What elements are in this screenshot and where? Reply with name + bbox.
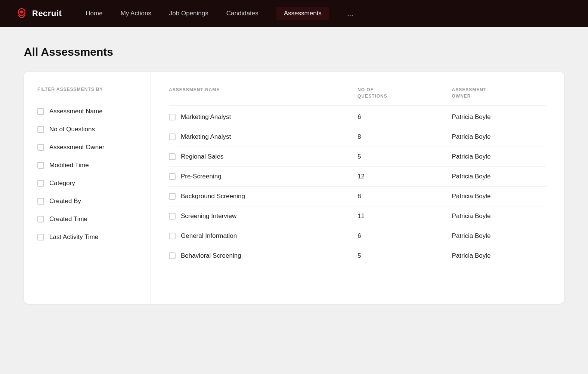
nav-job-openings[interactable]: Job Openings (169, 10, 208, 17)
main-content: All Assessments FILTER ASSESSMENTS BY As… (0, 27, 588, 322)
filter-item-assessment-name[interactable]: Assessment Name (37, 102, 137, 120)
row-checkbox-6[interactable] (169, 233, 176, 239)
table-area: ASSESSMENT NAME NO OFQUESTIONS ASSESSMEN… (151, 72, 564, 304)
filter-checkbox-created-by[interactable] (37, 198, 44, 205)
row-name-cell-4: Background Screening (169, 193, 358, 200)
filter-label-last-activity-time: Last Activity Time (49, 233, 98, 241)
row-owner-1: Patricia Boyle (452, 133, 547, 141)
table-row: Pre-Screening 12 Patricia Boyle (169, 167, 546, 187)
filter-label-assessment-owner: Assessment Owner (49, 144, 104, 151)
row-checkbox-4[interactable] (169, 193, 176, 200)
filter-item-created-time[interactable]: Created Time (37, 210, 137, 228)
row-name-cell-1: Marketing Analyst (169, 133, 358, 141)
row-name-cell-2: Regional Sales (169, 153, 358, 160)
row-questions-5: 11 (358, 212, 452, 220)
table-rows: Marketing Analyst 6 Patricia Boyle Marke… (169, 107, 546, 266)
row-questions-2: 5 (358, 153, 452, 160)
filter-item-no-of-questions[interactable]: No of Questions (37, 120, 137, 138)
row-questions-3: 12 (358, 173, 452, 180)
nav-candidates[interactable]: Candidates (226, 10, 259, 17)
row-questions-4: 8 (358, 193, 452, 200)
row-name-5: Screening Interview (181, 212, 236, 220)
table-header: ASSESSMENT NAME NO OFQUESTIONS ASSESSMEN… (169, 87, 546, 106)
row-name-cell-0: Marketing Analyst (169, 113, 358, 121)
row-owner-7: Patricia Boyle (452, 252, 547, 260)
row-checkbox-3[interactable] (169, 173, 176, 180)
brand-label: Recruit (32, 9, 62, 18)
row-name-1: Marketing Analyst (181, 133, 231, 141)
row-name-6: General Information (181, 232, 237, 240)
filter-list: Assessment Name No of Questions Assessme… (37, 102, 137, 246)
brand[interactable]: Recruit (15, 7, 62, 20)
row-questions-0: 6 (358, 113, 452, 121)
filter-label-no-of-questions: No of Questions (49, 126, 95, 133)
row-owner-2: Patricia Boyle (452, 153, 547, 160)
row-name-cell-5: Screening Interview (169, 212, 358, 220)
row-questions-6: 6 (358, 232, 452, 240)
col-header-owner: ASSESSMENTOWNER (452, 87, 547, 99)
table-row: General Information 6 Patricia Boyle (169, 226, 546, 246)
nav-my-actions[interactable]: My Actions (121, 10, 151, 17)
row-questions-1: 8 (358, 133, 452, 141)
col-header-name: ASSESSMENT NAME (169, 87, 358, 99)
filter-checkbox-no-of-questions[interactable] (37, 126, 44, 133)
filter-panel-label: FILTER ASSESSMENTS BY (37, 87, 137, 92)
filter-label-category: Category (49, 180, 75, 187)
row-name-cell-3: Pre-Screening (169, 173, 358, 180)
filter-checkbox-last-activity-time[interactable] (37, 234, 44, 240)
row-name-2: Regional Sales (181, 153, 223, 160)
row-checkbox-5[interactable] (169, 213, 176, 220)
row-checkbox-2[interactable] (169, 153, 176, 160)
table-row: Marketing Analyst 8 Patricia Boyle (169, 127, 546, 147)
filter-checkbox-category[interactable] (37, 180, 44, 187)
row-owner-0: Patricia Boyle (452, 113, 547, 121)
filter-item-assessment-owner[interactable]: Assessment Owner (37, 138, 137, 156)
row-owner-4: Patricia Boyle (452, 193, 547, 200)
filter-checkbox-created-time[interactable] (37, 216, 44, 223)
filter-panel: FILTER ASSESSMENTS BY Assessment Name No… (24, 72, 151, 304)
row-questions-7: 5 (358, 252, 452, 260)
row-owner-3: Patricia Boyle (452, 173, 547, 180)
row-name-4: Background Screening (181, 193, 245, 200)
table-row: Marketing Analyst 6 Patricia Boyle (169, 107, 546, 127)
filter-label-assessment-name: Assessment Name (49, 108, 103, 115)
navbar: Recruit Home My Actions Job Openings Can… (0, 0, 588, 27)
row-name-0: Marketing Analyst (181, 113, 231, 121)
filter-label-created-time: Created Time (49, 215, 87, 223)
filter-checkbox-assessment-owner[interactable] (37, 144, 44, 151)
table-row: Behavioral Screening 5 Patricia Boyle (169, 246, 546, 266)
svg-point-1 (20, 10, 23, 13)
row-owner-6: Patricia Boyle (452, 232, 547, 240)
nav-assessments[interactable]: Assessments (276, 7, 329, 20)
filter-item-category[interactable]: Category (37, 174, 137, 192)
row-name-3: Pre-Screening (181, 173, 222, 180)
nav-links: Home My Actions Job Openings Candidates … (86, 7, 353, 20)
nav-more[interactable]: ... (347, 9, 353, 18)
brand-icon (15, 7, 28, 20)
row-name-cell-6: General Information (169, 232, 358, 240)
row-checkbox-7[interactable] (169, 252, 176, 259)
filter-item-last-activity-time[interactable]: Last Activity Time (37, 228, 137, 246)
row-checkbox-1[interactable] (169, 134, 176, 140)
filter-checkbox-modified-time[interactable] (37, 162, 44, 169)
filter-label-modified-time: Modified Time (49, 162, 89, 169)
table-row: Screening Interview 11 Patricia Boyle (169, 206, 546, 226)
table-row: Regional Sales 5 Patricia Boyle (169, 147, 546, 167)
table-row: Background Screening 8 Patricia Boyle (169, 187, 546, 206)
col-header-questions: NO OFQUESTIONS (358, 87, 452, 99)
filter-checkbox-assessment-name[interactable] (37, 108, 44, 115)
nav-home[interactable]: Home (86, 10, 102, 17)
page-title: All Assessments (24, 46, 564, 58)
assessments-card: FILTER ASSESSMENTS BY Assessment Name No… (24, 72, 564, 304)
row-name-cell-7: Behavioral Screening (169, 252, 358, 260)
filter-item-created-by[interactable]: Created By (37, 192, 137, 210)
row-checkbox-0[interactable] (169, 114, 176, 120)
filter-item-modified-time[interactable]: Modified Time (37, 156, 137, 174)
row-owner-5: Patricia Boyle (452, 212, 547, 220)
row-name-7: Behavioral Screening (181, 252, 241, 260)
filter-label-created-by: Created By (49, 197, 81, 205)
